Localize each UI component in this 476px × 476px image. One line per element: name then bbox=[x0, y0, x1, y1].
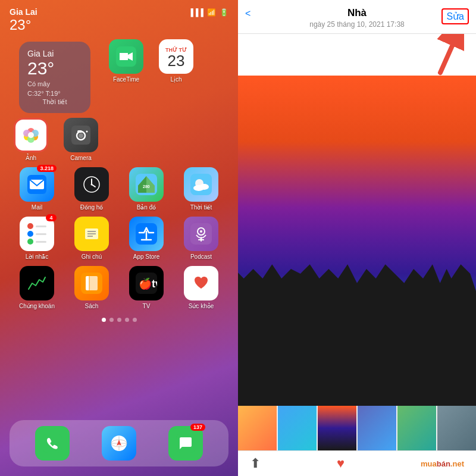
thumb-2[interactable] bbox=[278, 406, 317, 450]
app-clock[interactable]: Đồng hồ bbox=[70, 167, 113, 211]
reminders-badge: 4 bbox=[46, 214, 57, 221]
podcast-icon bbox=[184, 217, 218, 251]
maps-label: Bản đồ bbox=[137, 204, 156, 211]
photos-label: Ảnh bbox=[26, 155, 36, 161]
app-facetime[interactable]: FaceTime bbox=[105, 39, 148, 83]
svg-point-21 bbox=[91, 184, 93, 186]
notes-icon bbox=[74, 217, 109, 251]
temp-label: 23° bbox=[10, 17, 37, 33]
maps-icon: 280 bbox=[129, 167, 164, 202]
svg-point-39 bbox=[200, 230, 202, 233]
thumb-4[interactable] bbox=[358, 406, 396, 450]
health-icon bbox=[184, 266, 218, 300]
main-photo bbox=[238, 76, 476, 406]
dot-1 bbox=[102, 318, 106, 322]
appstore-icon bbox=[129, 217, 164, 251]
dot-3 bbox=[117, 318, 121, 322]
app-health[interactable]: Sức khỏe bbox=[180, 266, 223, 309]
bottom-toolbar: ⬆ ♥ muabán.net bbox=[238, 450, 476, 476]
location-label: Gia Lai bbox=[10, 7, 37, 17]
facetime-icon bbox=[109, 39, 143, 74]
iphone-screen: Gia Lai 23° ▐▐▐ 📶 🔋 Gia Lai 23° Có mây C… bbox=[0, 0, 238, 476]
thumb-3[interactable] bbox=[318, 406, 356, 450]
app-row-2: Ảnh Camera bbox=[0, 118, 238, 161]
app-calendar[interactable]: THỨ TƯ 23 Lịch bbox=[155, 39, 198, 83]
album-date: ngày 25 tháng 10, 2021 17:38 bbox=[248, 20, 466, 29]
svg-point-14 bbox=[86, 131, 88, 133]
mail-icon: 3.218 bbox=[20, 167, 54, 202]
stocks-label: Chứng khoán bbox=[19, 303, 55, 309]
back-button[interactable]: < bbox=[245, 8, 250, 19]
photos-detail-view: < Nhà ngày 25 tháng 10, 2021 17:38 Sửa bbox=[238, 0, 476, 476]
svg-point-9 bbox=[28, 132, 34, 138]
health-label: Sức khỏe bbox=[189, 303, 214, 309]
edit-button[interactable]: Sửa bbox=[441, 8, 469, 24]
red-arrow bbox=[393, 34, 464, 76]
app-reminders[interactable]: 4 Lời nhắc bbox=[15, 217, 58, 260]
appstore-label: App Store bbox=[133, 253, 159, 260]
dock-safari[interactable] bbox=[98, 426, 140, 461]
svg-rect-45 bbox=[89, 276, 98, 290]
weather2-label: Thời tiết bbox=[190, 204, 212, 211]
clock-label: Đồng hồ bbox=[80, 204, 104, 211]
thumb-1[interactable] bbox=[238, 406, 277, 450]
tv-label: TV bbox=[143, 303, 151, 309]
dock-messages[interactable]: 137 bbox=[164, 426, 207, 461]
reminders-dots bbox=[21, 217, 52, 250]
camera-icon bbox=[64, 118, 98, 152]
dot-4 bbox=[125, 318, 129, 322]
page-dots bbox=[0, 318, 238, 322]
photos-icon bbox=[14, 118, 48, 152]
thumb-6[interactable] bbox=[437, 406, 476, 450]
app-photos[interactable]: Ảnh bbox=[10, 118, 52, 161]
app-row-3: 3.218 Mail Đồng hồ 280 Bản đồ Thời tiết bbox=[0, 167, 238, 211]
app-camera[interactable]: Camera bbox=[60, 118, 102, 161]
status-bar: Gia Lai 23° ▐▐▐ 📶 🔋 bbox=[0, 0, 238, 33]
svg-marker-1 bbox=[120, 53, 128, 60]
watermark: muabán.net bbox=[421, 459, 464, 468]
app-stocks[interactable]: Chứng khoán bbox=[15, 266, 58, 309]
album-title: Nhà bbox=[248, 7, 466, 19]
dock: 137 bbox=[10, 420, 228, 466]
app-weather[interactable]: Thời tiết bbox=[180, 167, 223, 211]
weather-label: Thời tiết bbox=[27, 98, 82, 106]
podcast-label: Podcast bbox=[190, 253, 212, 260]
share-icon[interactable]: ⬆ bbox=[250, 456, 261, 471]
dot-5 bbox=[133, 318, 137, 322]
weather-widget[interactable]: Gia Lai 23° Có mây C:32° T:19° Thời tiết bbox=[19, 42, 90, 113]
svg-line-58 bbox=[440, 46, 452, 73]
app-podcast[interactable]: Podcast bbox=[180, 217, 223, 260]
dock-phone[interactable] bbox=[31, 426, 74, 461]
weather-temp: 23° bbox=[27, 58, 82, 78]
books-label: Sách bbox=[85, 303, 99, 309]
signal-icon: ▐▐▐ bbox=[188, 8, 203, 17]
app-notes[interactable]: Ghi chú bbox=[70, 217, 113, 260]
app-appstore[interactable]: App Store bbox=[125, 217, 168, 260]
annotation-area bbox=[238, 34, 476, 76]
messages-icon: 137 bbox=[168, 426, 203, 461]
app-tv[interactable]: 🍎tv TV bbox=[125, 266, 168, 309]
wifi-icon: 📶 bbox=[207, 8, 216, 17]
reminders-icon: 4 bbox=[20, 217, 54, 251]
safari-icon bbox=[102, 426, 136, 461]
app-books[interactable]: Sách bbox=[70, 266, 113, 309]
weather-desc: Có mây bbox=[27, 80, 82, 87]
messages-badge: 137 bbox=[190, 424, 205, 431]
mail-badge: 3.218 bbox=[37, 165, 57, 172]
heart-icon[interactable]: ♥ bbox=[337, 456, 345, 471]
svg-rect-13 bbox=[77, 130, 82, 133]
app-maps[interactable]: 280 Bản đồ bbox=[125, 167, 168, 211]
books-icon bbox=[74, 266, 109, 300]
dot-2 bbox=[109, 318, 114, 322]
thumb-5[interactable] bbox=[397, 406, 436, 450]
battery-icon: 🔋 bbox=[220, 8, 228, 17]
camera-label: Camera bbox=[70, 155, 92, 161]
svg-rect-50 bbox=[43, 434, 62, 453]
app-mail[interactable]: 3.218 Mail bbox=[15, 167, 58, 211]
photos-header: < Nhà ngày 25 tháng 10, 2021 17:38 Sửa bbox=[238, 0, 476, 34]
app-row-4: 4 Lời nhắc Ghi chú App Store bbox=[0, 217, 238, 260]
tv-icon: 🍎tv bbox=[129, 266, 164, 300]
stocks-icon bbox=[20, 266, 54, 300]
reminders-label: Lời nhắc bbox=[26, 253, 49, 260]
notes-label: Ghi chú bbox=[82, 253, 102, 260]
